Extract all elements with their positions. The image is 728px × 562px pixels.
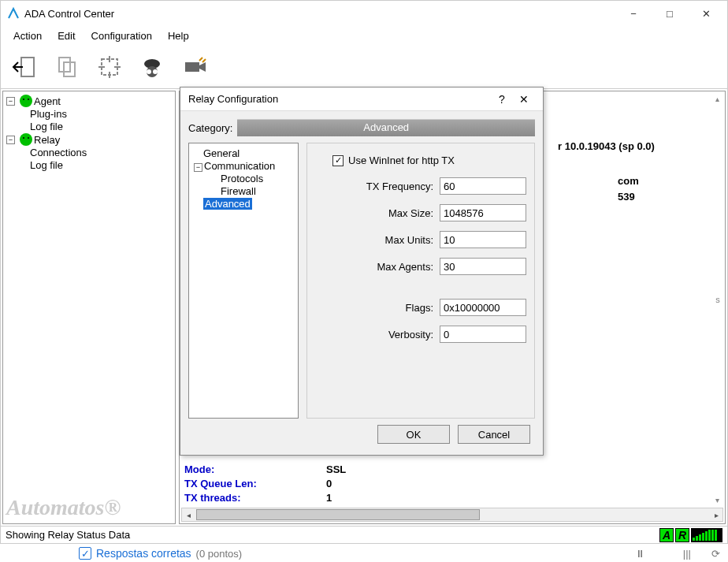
max-units-input[interactable] (440, 231, 526, 248)
flags-input[interactable] (440, 299, 526, 316)
svg-point-6 (147, 69, 151, 74)
toolbar-exit-icon[interactable] (6, 48, 43, 86)
os-version-text: r 10.0.19043 (sp 0.0) (558, 140, 655, 152)
svg-point-7 (153, 69, 158, 74)
menu-action[interactable]: Action (7, 28, 48, 43)
dialog-title: Relay Configuration (188, 93, 491, 105)
mode-value: SSL (326, 463, 346, 475)
maximize-button[interactable]: □ (652, 2, 688, 24)
tx-frequency-input[interactable] (440, 177, 526, 195)
category-banner: Advanced (237, 119, 535, 136)
app-icon (7, 7, 20, 20)
tree-label: Relay (34, 134, 60, 146)
smiley-icon (20, 95, 32, 107)
dialog-help-button[interactable]: ? (491, 88, 513, 110)
use-wininet-checkbox[interactable] (332, 155, 344, 166)
status-activity-icon (691, 528, 722, 542)
status-text: Showing Relay Status Data (6, 529, 659, 541)
max-agents-input[interactable] (440, 258, 526, 275)
verbosity-input[interactable] (440, 326, 526, 343)
number-text: 539 (618, 191, 635, 203)
flags-label: Flags: (406, 302, 433, 314)
use-wininet-row[interactable]: Use WinInet for http TX (332, 154, 526, 166)
nav-tree: − Agent Plug-ins Log file − Relay Connec… (2, 91, 176, 524)
minimize-button[interactable]: − (615, 2, 652, 24)
pause-icon: ⏸ (635, 548, 647, 560)
background-quiz-row: ✓ Respostas corretas (0 pontos) ⏸ ||| ⟳ (79, 545, 728, 562)
quiz-text: Respostas corretas (96, 547, 191, 560)
svg-rect-0 (21, 58, 34, 76)
svg-marker-9 (199, 62, 206, 72)
verbosity-label: Verbosity: (388, 329, 433, 341)
txqueue-label: TX Queue Len: (184, 478, 257, 489)
quiz-points: (0 pontos) (196, 548, 243, 560)
max-size-label: Max Size: (388, 207, 433, 219)
txqueue-value: 0 (326, 478, 332, 489)
mode-label: Mode: (184, 463, 214, 475)
cat-communication[interactable]: −Communication (192, 160, 296, 172)
toolbar-camera-icon[interactable] (176, 48, 214, 86)
scroll-thumb[interactable] (196, 509, 480, 520)
txthreads-value: 1 (326, 492, 332, 504)
collapse-icon[interactable]: − (6, 136, 15, 144)
tree-item-agent-logfile[interactable]: Log file (30, 121, 173, 132)
close-button[interactable]: ✕ (688, 2, 724, 24)
category-label: Category: (188, 122, 232, 134)
smiley-icon (20, 133, 32, 146)
tree-item-connections[interactable]: Connections (30, 147, 173, 158)
dialog-close-button[interactable]: ✕ (513, 88, 535, 110)
bars-icon: ||| (683, 548, 691, 560)
tx-frequency-label: TX Frequency: (366, 181, 433, 192)
collapse-icon[interactable]: − (6, 97, 15, 106)
ok-button[interactable]: OK (377, 425, 450, 444)
scroll-right-icon[interactable]: ▸ (710, 508, 722, 521)
toolbar-copy-icon[interactable] (48, 48, 86, 86)
txthreads-label: TX threads: (184, 492, 241, 504)
cat-advanced[interactable]: Advanced (202, 198, 296, 210)
svg-rect-8 (185, 62, 199, 72)
tree-item-plugins[interactable]: Plug-ins (30, 108, 173, 120)
cat-firewall[interactable]: Firewall (219, 185, 296, 197)
checkbox-icon: ✓ (79, 547, 91, 560)
status-agent-icon: A (659, 528, 674, 542)
brand-logo: Automatos® (6, 495, 121, 520)
dialog-titlebar: Relay Configuration ? ✕ (180, 87, 543, 111)
max-agents-label: Max Agents: (377, 261, 433, 273)
menu-help[interactable]: Help (162, 28, 195, 43)
menu-configuration[interactable]: Configuration (85, 28, 158, 43)
horizontal-scrollbar[interactable]: ◂ ▸ (181, 508, 723, 522)
tree-item-relay[interactable]: − Relay (6, 133, 173, 146)
cancel-button[interactable]: Cancel (458, 425, 530, 444)
statusbar: Showing Relay Status Data A R (1, 526, 727, 543)
menu-edit[interactable]: Edit (51, 28, 81, 43)
domain-tail-text: com (618, 175, 639, 187)
max-size-input[interactable] (440, 204, 526, 221)
toolbar-target-icon[interactable] (91, 48, 128, 86)
settings-panel: Use WinInet for http TX TX Frequency: Ma… (306, 143, 535, 419)
relay-config-dialog: Relay Configuration ? ✕ Category: Advanc… (180, 87, 544, 456)
category-tree: General −Communication Protocols Firewal… (188, 143, 299, 419)
misc-icon: ⟳ (711, 548, 720, 560)
tree-item-agent[interactable]: − Agent (6, 95, 173, 107)
menubar: Action Edit Configuration Help (1, 26, 727, 45)
vertical-scrollbar[interactable]: ▴ s ▾ (711, 93, 723, 506)
status-relay-icon: R (675, 528, 689, 542)
cat-protocols[interactable]: Protocols (219, 173, 296, 184)
cat-general[interactable]: General (202, 147, 296, 159)
tree-item-relay-logfile[interactable]: Log file (30, 159, 173, 171)
toolbar (1, 45, 727, 89)
titlebar: ADA Control Center − □ ✕ (1, 1, 727, 26)
collapse-icon[interactable]: − (194, 163, 202, 172)
use-wininet-label: Use WinInet for http TX (348, 154, 455, 166)
window-title: ADA Control Center (24, 8, 615, 20)
tree-label: Agent (34, 95, 61, 107)
scroll-left-icon[interactable]: ◂ (182, 508, 195, 521)
toolbar-spy-icon[interactable] (133, 48, 171, 86)
max-units-label: Max Units: (385, 234, 433, 246)
